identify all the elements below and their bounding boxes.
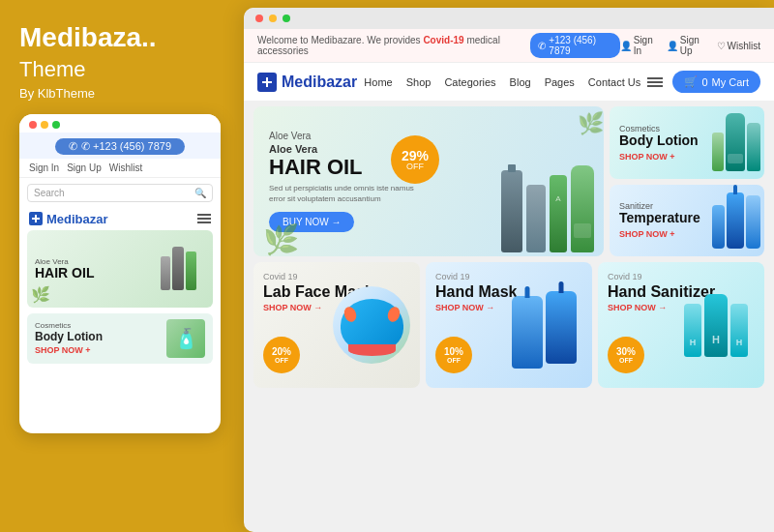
mobile-wishlist[interactable]: Wishlist <box>109 163 142 173</box>
nav-contact[interactable]: Contact Us <box>588 76 640 88</box>
san-bottle-1 <box>712 205 725 249</box>
mobile-bottle-2 <box>172 247 184 290</box>
side-banner-san-img <box>712 192 760 249</box>
facemask-visual <box>333 286 410 364</box>
mobile-nav: Sign In Sign Up Wishlist <box>19 159 221 178</box>
browser-dot-red <box>255 15 263 22</box>
mobile-bottle-3 <box>186 251 196 290</box>
left-by: By KlbTheme <box>19 86 221 101</box>
cart-count: 0 <box>701 76 707 88</box>
side-lotion-bottle-3 <box>747 123 760 171</box>
dot-red <box>29 121 37 129</box>
handmask-badge: 10% OFF <box>435 337 472 373</box>
topbar-phone: +123 (456) 7879 <box>549 35 611 56</box>
main-panel: Welcome to Medibazare. We provides Covid… <box>244 8 774 532</box>
mobile-hero-banner: Aloe Vera HAIR OIL 🌿 <box>27 230 213 308</box>
mobile-card-title: Body Lotion <box>35 330 103 343</box>
cart-button[interactable]: 🛒 0 My Cart <box>672 71 760 93</box>
nav-pages[interactable]: Pages <box>545 76 575 88</box>
mobile-signin[interactable]: Sign In <box>29 163 59 173</box>
facemask-badge: 20% OFF <box>263 337 300 373</box>
badge-pct: 29% <box>402 149 429 163</box>
topbar-signin[interactable]: 👤 Sign In <box>620 35 657 56</box>
phone-icon: ✆ <box>69 140 77 153</box>
browser-dot-green <box>283 15 290 22</box>
topbar-left: Welcome to Medibazare. We provides Covid… <box>257 33 620 58</box>
cart-label: My Cart <box>712 76 750 88</box>
mobile-shop-now[interactable]: SHOP NOW + <box>35 345 103 355</box>
mobile-hero-big: HAIR OIL <box>35 266 152 281</box>
mobile-phone-bar: ✆ ✆ +123 (456) 7879 <box>19 133 221 159</box>
topbar-welcome: Welcome to Medibazare. We provides Covid… <box>257 35 524 56</box>
cart-icon: 🛒 <box>684 75 698 88</box>
left-title: Medibaza.. <box>19 23 221 53</box>
san-pump <box>727 192 743 249</box>
product-card-sanitizer: Covid 19 Hand Sanitizer SHOP NOW → 30% O… <box>598 262 764 388</box>
side-banner-lotion-img <box>712 113 760 171</box>
mobile-search-bar[interactable]: Search 🔍 <box>27 184 213 202</box>
nav-hamburger-icon[interactable] <box>647 77 663 87</box>
nav-categories[interactable]: Categories <box>444 76 495 88</box>
hero-bottle-3 <box>550 175 567 252</box>
sanitizer-badge: 30% OFF <box>608 337 644 373</box>
topbar-wishlist[interactable]: ♡ Wishlist <box>717 41 760 51</box>
side-banner-sanitizer: Sanitizer Temperature SHOP NOW + <box>610 185 764 257</box>
product-cards: Covid 19 Lab Face Mask SHOP NOW → 20% OF… <box>244 262 774 396</box>
topbar-covid-link[interactable]: Covid-19 <box>423 35 463 45</box>
mobile-signup[interactable]: Sign Up <box>67 163 102 173</box>
facemask-img <box>323 262 420 388</box>
svg-rect-1 <box>35 215 37 222</box>
dot-green <box>52 121 60 129</box>
site-navbar: Medibazar Home Shop Categories Blog Page… <box>244 63 774 101</box>
site-logo[interactable]: Medibazar <box>257 73 357 92</box>
side-lotion-bottle-2 <box>726 113 745 171</box>
topbar-signup[interactable]: 👤 Sign Up <box>667 35 707 56</box>
mobile-logo-text: Medibazar <box>46 212 108 226</box>
mobile-logo-icon <box>29 212 43 225</box>
svg-rect-3 <box>266 77 268 87</box>
mobile-logo-row: Medibazar <box>19 208 221 230</box>
site-logo-icon <box>257 73 277 92</box>
hs-bottle-1 <box>684 304 701 357</box>
nav-home[interactable]: Home <box>364 76 392 88</box>
sanitizer-badge-off: OFF <box>619 357 633 364</box>
hero-product-bottles <box>501 106 594 256</box>
side-banners: Cosmetics Body Lotion SHOP NOW + Sanitiz… <box>610 106 764 256</box>
search-icon[interactable]: 🔍 <box>194 188 206 198</box>
topbar-phone-pill[interactable]: ✆ +123 (456) 7879 <box>530 33 619 58</box>
signin-icon: 👤 <box>620 41 632 51</box>
sanitizer-img <box>668 262 764 388</box>
mobile-hero-img <box>152 247 205 290</box>
site-topbar: Welcome to Medibazare. We provides Covid… <box>244 29 774 63</box>
dot-yellow <box>41 121 48 129</box>
mobile-hero-text: Aloe Vera HAIR OIL <box>35 257 152 281</box>
handmask-badge-pct: 10% <box>444 347 463 357</box>
topbar-welcome-text: Welcome to Medibazare. We provides <box>257 35 421 45</box>
nav-shop[interactable]: Shop <box>406 76 432 88</box>
mobile-hamburger-icon[interactable] <box>197 214 211 223</box>
mobile-chrome <box>19 114 221 133</box>
hero-banner: 🌿 🌿 Aloe Vera Aloe Vera HAIR OIL Sed ut … <box>253 106 604 256</box>
heart-icon: ♡ <box>717 41 726 51</box>
hero-desc: Sed ut perspiciatis unde omnis iste namu… <box>269 183 424 204</box>
hero-bottle-2 <box>526 185 546 252</box>
leaf-big-icon: 🌿 <box>263 222 299 256</box>
sanitizer-bottles <box>684 294 748 357</box>
site-content: 🌿 🌿 Aloe Vera Aloe Vera HAIR OIL Sed ut … <box>244 101 774 262</box>
badge-off: OFF <box>406 163 424 171</box>
product-card-facemask: Covid 19 Lab Face Mask SHOP NOW → 20% OF… <box>253 262 420 388</box>
product-card-handmask: Covid 19 Hand Mask SHOP NOW → 10% OFF <box>426 262 592 388</box>
phone-icon-top: ✆ <box>538 41 546 51</box>
leaf-icon-mobile: 🌿 <box>31 285 50 304</box>
mobile-card-text: Cosmetics Body Lotion SHOP NOW + <box>35 321 103 355</box>
hs-bottle-2 <box>730 304 748 357</box>
nav-blog[interactable]: Blog <box>510 76 531 88</box>
side-lotion-bottle-1 <box>712 133 724 171</box>
topbar-right: 👤 Sign In 👤 Sign Up ♡ Wishlist <box>620 35 760 56</box>
facemask-badge-off: OFF <box>275 357 288 364</box>
sanitizer-badge-pct: 30% <box>616 347 636 357</box>
mobile-logo[interactable]: Medibazar <box>29 212 108 226</box>
mobile-phone-btn[interactable]: ✆ ✆ +123 (456) 7879 <box>55 138 185 155</box>
side-banner-lotion: Cosmetics Body Lotion SHOP NOW + <box>610 106 764 179</box>
mobile-search-placeholder: Search <box>34 188 65 198</box>
